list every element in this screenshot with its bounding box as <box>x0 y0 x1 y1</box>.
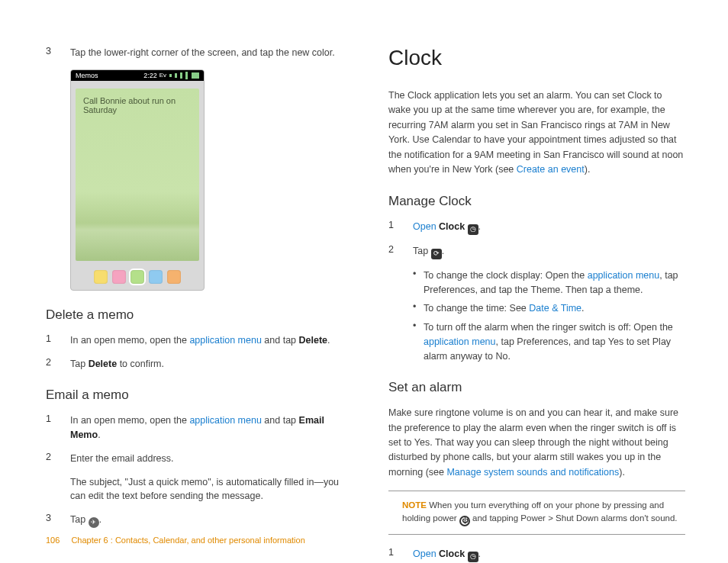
step-text: In an open memo, open the application me… <box>70 333 330 348</box>
link-manage-sounds[interactable]: Manage system sounds and notifications <box>446 467 619 478</box>
heading-set-alarm: Set an alarm <box>388 380 685 395</box>
link-application-menu[interactable]: application menu <box>588 270 660 281</box>
manage-step-2: 2 Tap ⟳. <box>388 244 685 259</box>
delete-step-1: 1 In an open memo, open the application … <box>46 333 343 348</box>
step-number: 2 <box>46 452 70 503</box>
link-application-menu[interactable]: application menu <box>189 335 262 346</box>
step-number: 3 <box>46 513 70 528</box>
phone-time: 2:22 <box>143 72 157 79</box>
color-swatch-pink <box>112 270 126 284</box>
step-text: Tap Delete to confirm. <box>70 357 164 372</box>
step-text: Tap ✈. <box>70 513 101 528</box>
clock-icon: ◷ <box>468 224 478 235</box>
step-number: 3 <box>46 46 70 60</box>
set-alarm-paragraph: Make sure ringtone volume is on and you … <box>388 406 685 480</box>
step-text: Open Clock ◷. <box>413 220 481 235</box>
color-swatch-blue <box>149 270 163 284</box>
color-swatch-green <box>130 270 144 284</box>
link-create-event[interactable]: Create an event <box>517 164 585 175</box>
set-alarm-step-1: 1 Open Clock ◷. <box>388 547 685 562</box>
phone-screenshot: Memos 2:22 Ev Call Bonnie about run on S… <box>70 69 205 291</box>
step-3: 3 Tap the lower-right corner of the scre… <box>46 46 343 60</box>
battery-icon <box>192 72 199 79</box>
link-application-menu[interactable]: application menu <box>189 415 262 426</box>
note-label: NOTE <box>402 500 427 510</box>
email-step-2: 2 Enter the email address. The subject, … <box>46 452 343 503</box>
color-swatch-orange <box>167 270 181 284</box>
note-box: NOTE When you turn everything off on you… <box>388 491 685 535</box>
link-date-time[interactable]: Date & Time <box>529 303 581 314</box>
phone-status-bar: Memos 2:22 Ev <box>71 70 204 81</box>
step-number: 1 <box>388 220 413 235</box>
signal-bar-icon <box>185 72 188 79</box>
page-footer: 106 Chapter 6 : Contacts, Calendar, and … <box>46 536 305 545</box>
bullet-change-display: • To change the clock display: Open the … <box>413 269 685 298</box>
bullet-change-time: • To change the time: See Date & Time. <box>413 301 685 316</box>
link-open[interactable]: Open <box>413 549 436 559</box>
step-number: 2 <box>46 357 70 372</box>
memo-card: Call Bonnie about run on Saturday <box>76 88 199 261</box>
phone-app-title: Memos <box>76 72 98 79</box>
step-number: 1 <box>46 333 70 348</box>
right-column: Clock The Clock application lets you set… <box>388 46 685 563</box>
send-icon: ✈ <box>89 517 99 528</box>
clock-icon: ◷ <box>468 552 478 562</box>
chapter-title: Chapter 6 : Contacts, Calendar, and othe… <box>71 536 304 545</box>
color-tray <box>71 267 204 287</box>
link-application-menu[interactable]: application menu <box>424 336 496 347</box>
memo-text: Call Bonnie about run on Saturday <box>83 96 176 114</box>
heading-clock: Clock <box>388 46 685 70</box>
step-number: 1 <box>46 413 70 442</box>
step-text: Open Clock ◷. <box>413 547 481 562</box>
signal-bar-icon <box>169 74 172 77</box>
email-step-3: 3 Tap ✈. <box>46 513 343 528</box>
power-icon: ⏻ <box>459 516 470 526</box>
delete-step-2: 2 Tap Delete to confirm. <box>46 357 343 372</box>
menu-icon: ⟳ <box>431 249 442 259</box>
step-number: 1 <box>388 547 413 562</box>
heading-delete-memo: Delete a memo <box>46 307 343 323</box>
email-step-1: 1 In an open memo, open the application … <box>46 413 343 442</box>
color-swatch-yellow <box>94 270 108 284</box>
manage-step-1: 1 Open Clock ◷. <box>388 220 685 235</box>
bullet-turn-off-alarm: • To turn off the alarm when the ringer … <box>413 320 685 363</box>
heading-email-memo: Email a memo <box>46 388 343 403</box>
ev-icon: Ev <box>159 72 166 79</box>
link-open[interactable]: Open <box>413 221 436 232</box>
step-text: Enter the email address. The subject, "J… <box>70 452 343 503</box>
clock-intro-paragraph: The Clock application lets you set an al… <box>388 88 685 177</box>
step-text: Tap the lower-right corner of the screen… <box>70 46 335 60</box>
step-text: In an open memo, open the application me… <box>70 413 343 442</box>
signal-bar-icon <box>180 72 182 79</box>
signal-bar-icon <box>175 73 177 78</box>
page-number: 106 <box>46 536 60 545</box>
left-column: 3 Tap the lower-right corner of the scre… <box>46 46 343 563</box>
step-number: 2 <box>388 244 413 259</box>
step-text: Tap ⟳. <box>413 244 444 259</box>
heading-manage-clock: Manage Clock <box>388 194 685 209</box>
step-subtext: The subject, "Just a quick memo", is aut… <box>70 475 343 504</box>
